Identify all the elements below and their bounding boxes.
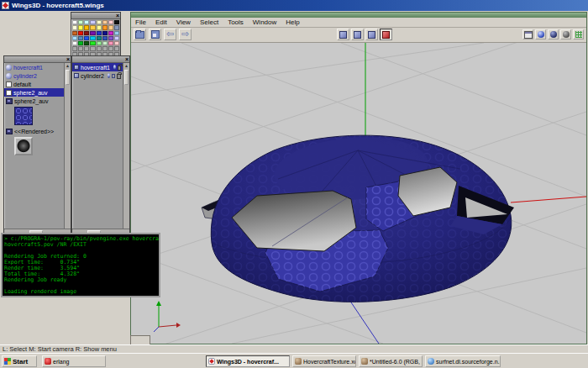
palette-color-5-2[interactable] (84, 46, 89, 50)
palette-color-3-4[interactable] (97, 36, 102, 40)
select-mode-face-button[interactable] (365, 29, 378, 40)
palette-color-0-6[interactable] (108, 20, 113, 24)
menu-edit[interactable]: Edit (155, 18, 167, 26)
hovercraft-model[interactable] (202, 131, 514, 302)
palette-color-4-7[interactable] (114, 41, 119, 45)
texture-thumbnail[interactable] (14, 107, 33, 125)
geograph-item-cylinder2[interactable]: cylinder2 (72, 71, 123, 80)
3d-viewport-canvas[interactable] (131, 43, 586, 344)
menu-file[interactable]: File (135, 18, 146, 26)
geograph-item-hovercraft1[interactable]: hovercraft1 (72, 63, 123, 71)
palette-color-3-5[interactable] (102, 36, 108, 40)
menu-select[interactable]: Select (200, 18, 218, 26)
menu-tools[interactable]: Tools (228, 18, 244, 26)
palette-color-0-5[interactable] (102, 20, 108, 24)
palette-color-1-2[interactable] (84, 25, 89, 29)
palette-color-2-2[interactable] (84, 31, 89, 35)
outliner-item--rendered-[interactable]: <<Rendered>> (4, 127, 64, 135)
palette-color-0-4[interactable] (97, 20, 102, 24)
palette-color-1-4[interactable] (97, 25, 102, 29)
palette-color-2-0[interactable] (72, 31, 77, 35)
palette-color-3-2[interactable] (84, 36, 89, 40)
eye-icon[interactable] (108, 73, 110, 78)
outliner-item-sphere2-auv[interactable]: sphere2_auv (4, 88, 64, 97)
lock-icon[interactable] (118, 66, 121, 71)
palette-color-2-4[interactable] (97, 31, 102, 35)
palette-color-1-1[interactable] (78, 25, 83, 29)
palette-color-2-1[interactable] (78, 31, 83, 35)
palette-color-3-7[interactable] (114, 36, 119, 40)
scroll-thumb[interactable] (124, 70, 129, 85)
close-icon[interactable]: × (116, 13, 119, 18)
smooth-shaded-button[interactable] (535, 29, 546, 39)
palette-color-0-3[interactable] (90, 20, 95, 24)
palette-color-4-2[interactable] (84, 41, 89, 45)
lock-icon[interactable] (117, 74, 121, 79)
palette-color-5-5[interactable] (102, 46, 108, 50)
outliner-item-sphere2-auv[interactable]: sphere2_auv (4, 97, 64, 105)
palette-color-3-0[interactable] (72, 36, 77, 40)
menu-window[interactable]: Window (253, 18, 276, 26)
flat-shaded-button[interactable] (548, 29, 559, 39)
select-mode-body-button[interactable] (380, 29, 392, 40)
close-icon[interactable]: × (66, 57, 70, 62)
palette-color-4-1[interactable] (78, 41, 83, 45)
taskbar-button-4[interactable]: *Untitled-6.0 (RGB, 1 lay... (359, 355, 423, 367)
geograph-vscrollbar[interactable]: ▲ (123, 63, 129, 229)
scroll-up-icon[interactable]: ▲ (66, 63, 70, 69)
eye-icon[interactable] (113, 65, 116, 70)
taskbar-button-1[interactable]: erlang (42, 355, 106, 367)
open-button[interactable] (134, 29, 146, 40)
scroll-thumb[interactable] (66, 70, 70, 85)
palette-color-1-7[interactable] (114, 25, 119, 29)
close-icon[interactable]: × (125, 57, 129, 62)
geometry-graph-titlebar[interactable]: × (72, 56, 129, 63)
palette-color-4-0[interactable] (72, 41, 77, 45)
select-mode-vertex-button[interactable] (337, 29, 349, 40)
palette-color-2-3[interactable] (90, 31, 95, 35)
palette-color-0-0[interactable] (72, 20, 77, 24)
view-options-button[interactable] (522, 29, 533, 39)
taskbar-button-5[interactable]: surfnet.dl.sourceforge.n... (425, 355, 501, 367)
outliner-titlebar[interactable]: × (4, 56, 71, 63)
palette-color-4-6[interactable] (108, 41, 113, 45)
menu-view[interactable]: View (176, 18, 191, 26)
taskbar-button-3[interactable]: HovercraftTexture.xcf-2... (292, 355, 356, 367)
palette-color-5-7[interactable] (114, 46, 119, 50)
palette-color-5-4[interactable] (97, 46, 102, 50)
start-button[interactable]: Start (2, 355, 37, 367)
palette-color-5-0[interactable] (72, 46, 77, 50)
outliner-item-hovercraft1[interactable]: hovercraft1 (4, 63, 64, 71)
outliner-item-default[interactable]: default (4, 80, 64, 88)
palette-color-2-7[interactable] (114, 31, 119, 35)
palette-color-2-5[interactable] (102, 31, 108, 35)
show-grid-button[interactable] (573, 29, 584, 39)
rendered-image-thumbnail[interactable] (14, 137, 33, 155)
select-mode-edge-button[interactable] (351, 29, 364, 40)
wire-icon[interactable] (112, 74, 115, 78)
palette-color-2-6[interactable] (108, 31, 113, 35)
menu-help[interactable]: Help (286, 18, 299, 26)
scroll-up-icon[interactable]: ▲ (124, 63, 129, 69)
save-button[interactable] (149, 29, 161, 40)
palette-color-3-3[interactable] (90, 36, 95, 40)
palette-color-4-5[interactable] (102, 41, 108, 45)
undo-button[interactable]: ⇦ (164, 29, 176, 40)
taskbar-button-2[interactable]: Wings3D - hovercraf... (206, 355, 290, 367)
palette-color-4-4[interactable] (97, 41, 102, 45)
outliner-item-cylinder2[interactable]: cylinder2 (4, 71, 64, 80)
wireframe-button[interactable] (560, 29, 571, 39)
palette-color-5-6[interactable] (108, 46, 113, 50)
palette-color-0-1[interactable] (78, 20, 83, 24)
palette-color-3-1[interactable] (78, 36, 83, 40)
palette-color-0-2[interactable] (84, 20, 89, 24)
outliner-vscrollbar[interactable]: ▲ (64, 63, 71, 229)
palette-color-1-5[interactable] (102, 25, 108, 29)
palette-color-5-1[interactable] (78, 46, 83, 50)
redo-button[interactable]: ⇨ (179, 29, 192, 40)
palette-color-4-3[interactable] (90, 41, 95, 45)
palette-color-3-6[interactable] (108, 36, 113, 40)
palette-color-1-3[interactable] (90, 25, 95, 29)
palette-titlebar[interactable]: × (71, 13, 120, 19)
palette-color-1-0[interactable] (72, 25, 77, 29)
